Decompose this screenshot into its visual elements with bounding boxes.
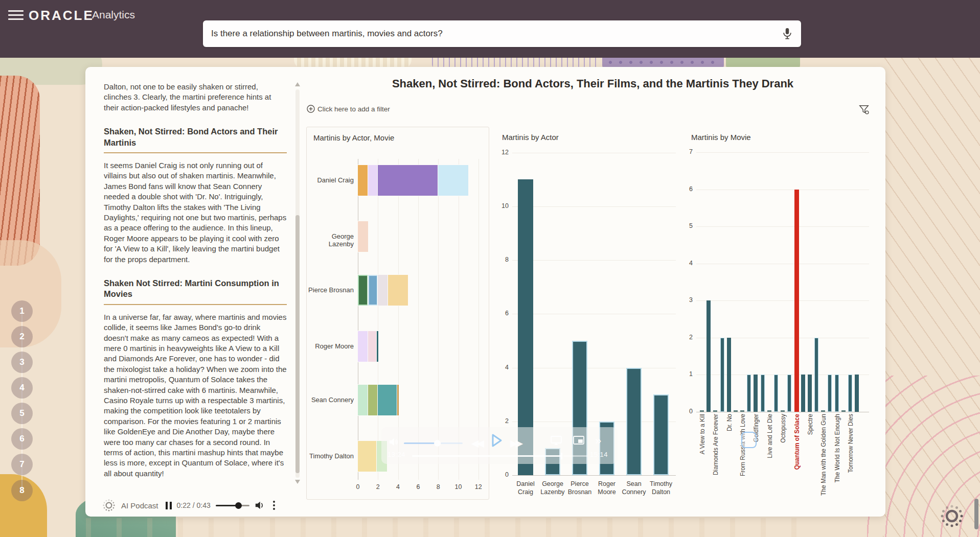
microphone-icon[interactable] (782, 27, 793, 40)
gridline (696, 152, 869, 153)
movie-bar[interactable] (700, 410, 704, 412)
bar-segment[interactable] (378, 385, 397, 415)
narrative-body-1: It seems Daniel Craig is not only runnin… (104, 160, 287, 265)
focused-control-button[interactable] (741, 432, 757, 448)
gridline (512, 206, 676, 207)
rail-step-1[interactable]: 1 (11, 300, 33, 322)
add-filter-button[interactable]: Click here to add a filter (307, 105, 390, 113)
filter-icon[interactable] (858, 104, 870, 115)
x-tick-label: 10 (453, 483, 464, 491)
bar-segment[interactable] (358, 441, 377, 472)
bar-segment[interactable] (358, 275, 368, 306)
bar-segment[interactable] (378, 165, 438, 196)
movie-bar[interactable] (734, 410, 738, 412)
video-progress-marker[interactable] (561, 453, 562, 459)
volume-slider-rest[interactable] (441, 442, 463, 444)
movie-bar[interactable] (814, 338, 818, 412)
movie-bar[interactable] (848, 375, 852, 412)
movie-bar[interactable] (828, 375, 832, 412)
rewind-icon[interactable]: ◀◀ (471, 438, 482, 448)
duration-time: 15:14 (590, 451, 608, 458)
movie-bar[interactable] (754, 375, 758, 412)
bar-segment[interactable] (378, 275, 388, 306)
y-tick-label: 4 (682, 260, 693, 267)
menu-icon[interactable] (8, 10, 24, 21)
bar-segment[interactable] (368, 275, 378, 306)
actor-axis-label: TimothyDalton (643, 480, 679, 497)
movie-bar[interactable] (720, 338, 724, 412)
video-progress-played[interactable] (412, 455, 561, 457)
scroll-down-icon[interactable] (295, 480, 300, 484)
movie-bar[interactable] (801, 375, 805, 412)
search-input[interactable] (211, 29, 782, 39)
movie-bar[interactable] (787, 375, 791, 412)
movie-bar[interactable] (761, 375, 765, 412)
podcast-progress-slider[interactable] (216, 502, 249, 509)
forward-icon[interactable]: ▶▶ (510, 438, 521, 448)
podcast-player: AI Podcast 0:22 / 0:43 (102, 495, 296, 516)
volume-slider-filled[interactable] (404, 442, 438, 444)
rail-step-5[interactable]: 5 (11, 403, 33, 424)
movie-bar[interactable] (781, 410, 785, 412)
bar-segment[interactable] (368, 385, 378, 415)
pause-button[interactable] (166, 502, 172, 509)
rail-step-2[interactable]: 2 (11, 326, 33, 347)
video-progress-rest[interactable] (563, 455, 588, 457)
movie-bar[interactable] (808, 375, 812, 412)
bar-segment[interactable] (438, 165, 468, 196)
rail-step-7[interactable]: 7 (11, 454, 33, 475)
bar-segment[interactable] (368, 331, 377, 362)
bar-segment[interactable] (358, 165, 368, 196)
bar-segment[interactable] (358, 221, 368, 252)
actor-label: George Lazenby (307, 232, 354, 248)
cast-screen-icon[interactable] (550, 435, 562, 446)
play-button[interactable] (487, 431, 505, 450)
bar-segment[interactable] (368, 165, 378, 196)
y-tick-label: 6 (498, 310, 509, 317)
bar-segment[interactable] (358, 385, 368, 415)
volume-slider-thumb[interactable] (434, 440, 441, 447)
picture-in-picture-icon[interactable] (573, 435, 585, 446)
bar-segment[interactable] (397, 385, 399, 415)
more-options-icon[interactable] (270, 500, 278, 511)
movie-bar[interactable] (706, 300, 711, 412)
skip-chevrons-icon[interactable]: » (595, 435, 601, 447)
page-title: Shaken, Not Stirred: Bond Actors, Their … (300, 77, 885, 90)
gridline (512, 260, 676, 261)
y-axis-line (358, 159, 358, 480)
rail-step-6[interactable]: 6 (11, 428, 33, 450)
volume-icon[interactable] (255, 501, 265, 510)
rail-step-8[interactable]: 8 (11, 480, 33, 501)
bar-segment[interactable] (377, 331, 378, 362)
gridline (512, 153, 676, 153)
actor-bar[interactable] (653, 394, 669, 475)
movie-bar[interactable] (727, 338, 731, 412)
movie-bar[interactable] (747, 375, 751, 412)
movie-bar-highlighted[interactable] (794, 190, 799, 412)
scroll-up-icon[interactable] (295, 82, 300, 86)
podcast-label: AI Podcast (121, 501, 158, 510)
video-control-overlay: ◀◀ ▶▶ » 13:24 15:14 (381, 427, 618, 464)
movie-bar[interactable] (821, 410, 825, 412)
y-tick-label: 0 (498, 471, 509, 478)
movie-bar[interactable] (767, 410, 771, 412)
movie-bar[interactable] (774, 375, 778, 412)
narrative-scrollbar-thumb[interactable] (295, 215, 300, 473)
bar-segment[interactable] (358, 331, 368, 362)
search-bar[interactable] (203, 20, 801, 47)
actor-label: Timothy Dalton (307, 452, 354, 460)
movie-bar[interactable] (855, 375, 859, 412)
bar-segment[interactable] (388, 275, 408, 306)
gridline (696, 300, 869, 301)
actor-bar[interactable] (626, 368, 642, 475)
rail-step-4[interactable]: 4 (11, 377, 33, 399)
movie-axis-label: Octopussy (780, 414, 787, 443)
movie-bar[interactable] (835, 375, 839, 412)
x-axis-line (696, 412, 869, 412)
movie-bar[interactable] (841, 410, 846, 412)
rail-step-3[interactable]: 3 (11, 352, 33, 373)
page-scrollbar-thumb[interactable] (974, 499, 978, 529)
movie-bar[interactable] (740, 410, 744, 412)
movie-bar[interactable] (713, 410, 717, 412)
overlay-volume-icon[interactable] (389, 437, 399, 447)
